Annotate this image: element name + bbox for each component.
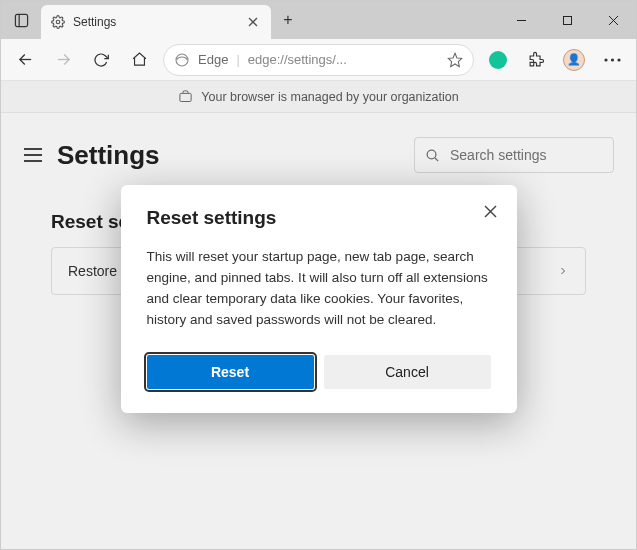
plus-icon: +	[283, 11, 292, 29]
svg-point-13	[604, 58, 607, 61]
new-tab-button[interactable]: +	[271, 1, 305, 39]
svg-rect-0	[15, 14, 27, 26]
edge-logo-icon	[174, 52, 190, 68]
close-window-button[interactable]	[590, 1, 636, 39]
minimize-button[interactable]	[498, 1, 544, 39]
reset-button[interactable]: Reset	[147, 355, 314, 389]
titlebar-left: Settings +	[1, 1, 305, 39]
gear-icon	[51, 15, 65, 29]
svg-point-14	[610, 58, 613, 61]
tab-title: Settings	[73, 15, 237, 29]
favorite-star-icon[interactable]	[447, 52, 463, 68]
svg-point-15	[617, 58, 620, 61]
svg-rect-16	[180, 93, 191, 101]
forward-button[interactable]	[45, 42, 81, 78]
dialog-close-button[interactable]	[479, 199, 503, 223]
svg-marker-12	[448, 53, 461, 66]
settings-page: Settings Search settings Reset settings …	[1, 113, 636, 550]
window-controls	[498, 1, 636, 39]
svg-rect-6	[563, 16, 571, 24]
home-button[interactable]	[121, 42, 157, 78]
dialog-body: This will reset your startup page, new t…	[147, 247, 491, 331]
cancel-button[interactable]: Cancel	[324, 355, 491, 389]
grammarly-extension-icon[interactable]	[480, 42, 516, 78]
tab-close-icon[interactable]	[245, 14, 261, 30]
modal-backdrop: Reset settings This will reset your star…	[1, 113, 636, 550]
back-button[interactable]	[7, 42, 43, 78]
managed-banner: Your browser is managed by your organiza…	[1, 81, 636, 113]
extensions-icon[interactable]	[518, 42, 554, 78]
tab-actions-icon[interactable]	[1, 1, 41, 39]
browser-tab[interactable]: Settings	[41, 5, 271, 39]
maximize-button[interactable]	[544, 1, 590, 39]
address-separator: |	[236, 52, 239, 67]
address-bar[interactable]: Edge | edge://settings/...	[163, 44, 474, 76]
window-titlebar: Settings +	[1, 1, 636, 39]
briefcase-icon	[178, 89, 193, 104]
browser-toolbar: Edge | edge://settings/... 👤	[1, 39, 636, 81]
managed-text: Your browser is managed by your organiza…	[201, 90, 458, 104]
address-url: edge://settings/...	[248, 52, 439, 67]
svg-point-2	[56, 20, 60, 24]
address-prefix: Edge	[198, 52, 228, 67]
dialog-buttons: Reset Cancel	[147, 355, 491, 389]
reset-settings-dialog: Reset settings This will reset your star…	[121, 185, 517, 413]
more-menu-icon[interactable]	[594, 42, 630, 78]
svg-point-11	[176, 54, 188, 66]
dialog-title: Reset settings	[147, 207, 491, 229]
profile-avatar[interactable]: 👤	[556, 42, 592, 78]
refresh-button[interactable]	[83, 42, 119, 78]
